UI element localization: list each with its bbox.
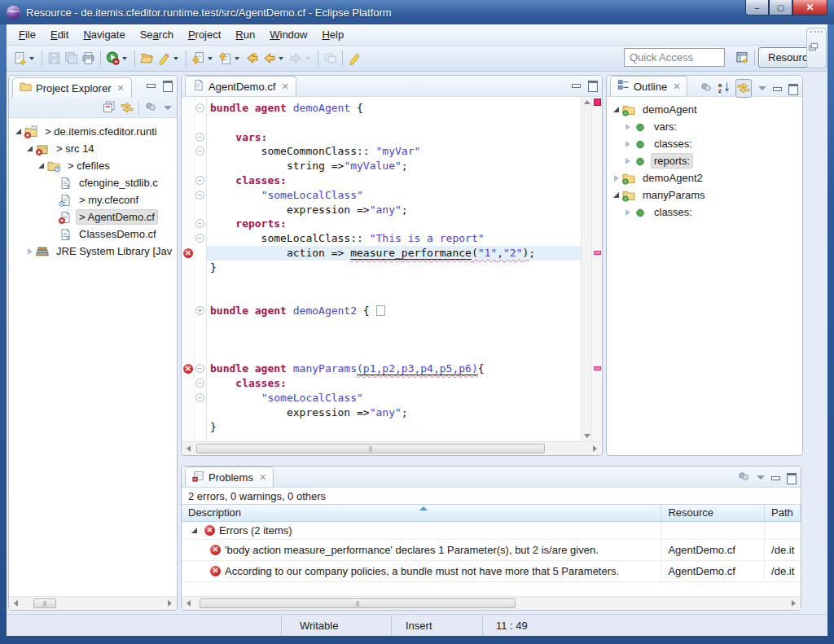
dropdown-arrow-icon[interactable] <box>173 57 178 60</box>
project-explorer-hscrollbar[interactable] <box>9 596 177 610</box>
maximize-view-icon[interactable] <box>587 81 598 90</box>
menu-help[interactable]: Help <box>314 26 351 43</box>
code-line[interactable]: "someLocalClass" <box>207 188 581 203</box>
project-explorer-item[interactable]: ?ClassesDemo.cf <box>9 226 177 243</box>
code-line[interactable]: "someLocalClass" <box>207 391 581 405</box>
view-menu-chevron-icon[interactable] <box>162 103 173 112</box>
dropdown-arrow-icon[interactable] <box>235 57 239 60</box>
code-line[interactable] <box>207 289 581 304</box>
new-wizard-button[interactable] <box>11 49 38 68</box>
project-explorer-item[interactable]: > cfefiles <box>9 157 177 174</box>
view-menu-chevron-icon[interactable] <box>755 473 766 482</box>
project-explorer-item[interactable]: JRE System Library [Jav <box>9 243 177 260</box>
collapse-fold-icon[interactable]: − <box>195 147 204 156</box>
outline-item[interactable]: demoAgent <box>607 101 802 118</box>
problems-group-row[interactable]: ✕Errors (2 items) <box>182 522 801 540</box>
editor-vscrollbar[interactable] <box>581 97 591 441</box>
code-line[interactable] <box>207 318 581 333</box>
dropdown-arrow-icon[interactable] <box>305 57 310 60</box>
code-line[interactable]: classes: <box>207 173 581 188</box>
code-line[interactable]: someLocalClass:: "This is a report" <box>207 231 581 246</box>
prev-annotation-button[interactable] <box>217 49 244 68</box>
folding-ruler[interactable]: −−−−−−−+−−− <box>195 97 207 441</box>
minimize-view-icon[interactable] <box>772 84 783 93</box>
code-line[interactable]: vars: <box>207 130 581 145</box>
quick-access-input[interactable] <box>624 48 725 67</box>
project-explorer-item[interactable]: > de.itemis.cfeditor.runti <box>9 123 177 140</box>
open-folder-button[interactable] <box>138 49 156 68</box>
project-explorer-tab[interactable]: Project Explorer ✕ <box>12 77 132 98</box>
error-marker-icon[interactable]: ✕ <box>183 248 193 258</box>
run-button[interactable] <box>104 49 131 68</box>
view-menu-icon[interactable] <box>700 81 713 96</box>
problems-error-row[interactable]: ✕'body action measure_performance' decla… <box>182 540 801 561</box>
expand-arrow-icon[interactable] <box>621 158 634 164</box>
collapse-fold-icon[interactable]: − <box>195 219 204 228</box>
forward-button[interactable] <box>288 49 314 68</box>
close-icon[interactable]: ✕ <box>673 81 680 92</box>
project-explorer-item[interactable]: > src 14 <box>9 140 177 157</box>
collapse-fold-icon[interactable]: − <box>195 103 204 112</box>
error-marker-icon[interactable]: ✕ <box>183 364 193 374</box>
problems-table-header[interactable]: DescriptionResourcePath <box>182 505 801 522</box>
folded-region-icon[interactable] <box>376 305 385 316</box>
collapse-all-icon[interactable] <box>103 100 116 116</box>
maximize-view-icon[interactable] <box>788 84 798 93</box>
code-editor[interactable]: bundle agent demoAgent { vars: someCommo… <box>207 97 581 441</box>
menu-search[interactable]: Search <box>133 26 181 43</box>
outline-item[interactable]: demoAgent2 <box>607 169 802 186</box>
expand-arrow-icon[interactable] <box>621 141 634 147</box>
link-with-editor-icon[interactable] <box>735 79 752 98</box>
save-button[interactable] <box>46 49 63 68</box>
overview-ruler[interactable] <box>591 97 602 441</box>
code-line[interactable]: bundle agent demoAgent2 { <box>207 304 581 318</box>
column-header-path[interactable]: Path <box>765 505 801 521</box>
collapse-arrow-icon[interactable] <box>35 163 47 169</box>
dropdown-arrow-icon[interactable] <box>122 57 127 60</box>
drag-handle[interactable] <box>810 31 823 36</box>
next-annotation-button[interactable] <box>190 49 217 68</box>
close-icon[interactable]: ✕ <box>281 81 288 92</box>
link-with-editor-icon[interactable] <box>121 100 134 116</box>
expand-arrow-icon[interactable] <box>621 209 634 216</box>
error-annotation-ruler[interactable]: ✕✕ <box>182 97 195 441</box>
marker-button[interactable] <box>156 49 182 68</box>
project-explorer-item[interactable]: > AgentDemo.cf <box>9 208 177 226</box>
outline-item[interactable]: manyParams <box>607 186 802 204</box>
title-bar[interactable]: Resource - de.itemis.cfeditor.runtime.te… <box>0 0 834 24</box>
code-line[interactable] <box>207 348 581 362</box>
expand-arrow-icon[interactable] <box>610 175 622 182</box>
collapse-arrow-icon[interactable] <box>610 192 622 198</box>
open-perspective-button[interactable] <box>734 48 751 68</box>
editor-hscrollbar[interactable] <box>182 441 602 455</box>
dropdown-arrow-icon[interactable] <box>208 57 213 60</box>
problems-error-row[interactable]: ✕According to our company policies, a bu… <box>182 561 801 582</box>
collapse-arrow-icon[interactable] <box>24 146 36 151</box>
problems-hscrollbar[interactable] <box>182 596 801 610</box>
menu-window[interactable]: Window <box>262 26 314 43</box>
outline-item[interactable]: classes: <box>607 135 802 152</box>
menu-project[interactable]: Project <box>181 26 228 43</box>
code-line[interactable]: expression =>"any"; <box>207 405 581 420</box>
code-line[interactable]: someCommonClass:: "myVar" <box>207 144 581 159</box>
collapse-fold-icon[interactable]: − <box>195 234 204 243</box>
view-menu-icon[interactable] <box>737 470 750 485</box>
link-editor-button[interactable] <box>322 49 339 68</box>
expand-fold-icon[interactable]: + <box>195 306 204 315</box>
collapse-fold-icon[interactable]: − <box>195 133 204 142</box>
code-line[interactable]: string =>"myValue"; <box>207 159 581 173</box>
outline-tab[interactable]: Outline ✕ <box>610 76 687 96</box>
menu-navigate[interactable]: Navigate <box>76 26 132 43</box>
dropdown-arrow-icon[interactable] <box>29 57 34 60</box>
project-explorer-item[interactable]: > my.cfeconf <box>9 191 177 208</box>
restore-view-icon[interactable] <box>807 43 819 55</box>
problems-tab[interactable]: Problems ✕ <box>185 467 274 487</box>
back-button[interactable] <box>261 49 288 68</box>
outline-item[interactable]: vars: <box>607 118 802 135</box>
code-line[interactable]: action => measure_performance("1","2"); <box>207 246 581 261</box>
outline-item[interactable]: reports: <box>607 152 802 169</box>
outline-item[interactable]: classes: <box>607 204 802 221</box>
dropdown-arrow-icon[interactable] <box>279 57 283 60</box>
sort-az-icon[interactable]: az <box>718 81 731 96</box>
view-menu-chevron-icon[interactable] <box>757 84 767 93</box>
